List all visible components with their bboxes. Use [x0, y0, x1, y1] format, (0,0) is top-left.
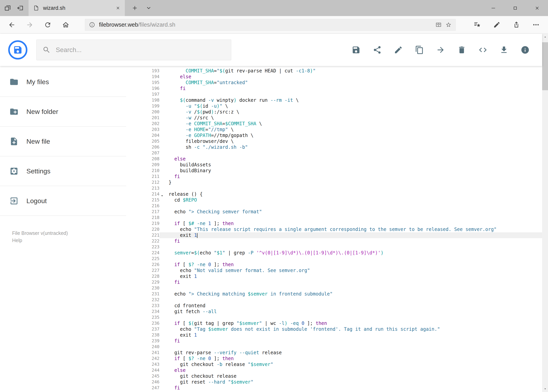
code-line-229[interactable]: 229 fi: [126, 279, 542, 285]
code-line-216[interactable]: 216: [126, 203, 542, 209]
code-editor[interactable]: 193 COMMIT_SHA="$(git rev-parse HEAD | c…: [126, 66, 542, 392]
hub-icon[interactable]: [467, 21, 487, 28]
help-link[interactable]: Help: [12, 237, 126, 244]
code-line-240[interactable]: 240: [126, 344, 542, 350]
code-line-204[interactable]: 204 -e GOPATH=//tmp/gopath \: [126, 133, 542, 138]
tab-preview-icon[interactable]: [4, 5, 11, 11]
code-line-206[interactable]: 206 sh -c "./wizard.sh -b": [126, 144, 542, 150]
code-line-234[interactable]: 234 git fetch --all: [126, 309, 542, 315]
back-button[interactable]: [3, 21, 21, 28]
sidebar-item-logout[interactable]: Logout: [0, 186, 126, 216]
code-line-217[interactable]: 217 echo "> Checking semver format": [126, 209, 542, 215]
new-tab-button[interactable]: [132, 5, 138, 11]
sidebar-item-new-folder[interactable]: New folder: [0, 97, 126, 127]
minimize-button[interactable]: [482, 0, 504, 16]
info-button[interactable]: [520, 45, 530, 54]
source-button[interactable]: [478, 45, 487, 54]
code-line-215[interactable]: 215 cd $REPO: [126, 197, 542, 203]
code-line-224[interactable]: 224 semver=$(echo "$1" | grep -P '^v(0|[…: [126, 250, 542, 256]
code-line-218[interactable]: 218: [126, 215, 542, 221]
page-scrollbar[interactable]: [542, 34, 548, 392]
code-line-199[interactable]: 199 -u "$(id -u)" \: [126, 103, 542, 109]
search-input[interactable]: [56, 46, 225, 54]
copy-button[interactable]: [415, 45, 424, 54]
scrollbar-thumb[interactable]: [542, 42, 548, 90]
code-line-207[interactable]: 207: [126, 150, 542, 156]
code-line-236[interactable]: 236 if [ $(git tag | grep "$semver" | wc…: [126, 320, 542, 326]
maximize-button[interactable]: [504, 0, 526, 16]
browser-tab[interactable]: wizard.sh: [28, 0, 125, 16]
address-bar[interactable]: filebrowser.web/files/wizard.sh: [85, 19, 456, 31]
scroll-up-icon[interactable]: [542, 34, 548, 40]
code-line-212[interactable]: 212}: [126, 179, 542, 185]
code-line-209[interactable]: 209 buildAssets: [126, 162, 542, 168]
site-info-icon[interactable]: [89, 22, 95, 28]
code-line-219[interactable]: 219 if [ $# -ne 1 ]; then: [126, 221, 542, 226]
code-line-211[interactable]: 211 fi: [126, 174, 542, 179]
code-line-221[interactable]: 221 exit 1: [126, 232, 542, 238]
delete-button[interactable]: [457, 45, 466, 54]
code-line-203[interactable]: 203 -e HOME="//tmp" \: [126, 127, 542, 133]
close-window-button[interactable]: [526, 0, 548, 16]
forward-button[interactable]: [21, 21, 39, 28]
code-line-232[interactable]: 232: [126, 297, 542, 303]
sidebar-item-new-file[interactable]: New file: [0, 127, 126, 156]
code-line-231[interactable]: 231 echo "> Checking matching $semver in…: [126, 291, 542, 297]
code-line-194[interactable]: 194 else: [126, 74, 542, 80]
code-line-214[interactable]: 214release () {: [126, 191, 542, 197]
code-line-196[interactable]: 196 fi: [126, 85, 542, 91]
code-line-228[interactable]: 228 exit 1: [126, 273, 542, 279]
home-button[interactable]: [57, 21, 75, 28]
code-line-208[interactable]: 208 else: [126, 156, 542, 162]
code-line-197[interactable]: 197: [126, 91, 542, 97]
move-button[interactable]: [436, 45, 445, 54]
code-line-222[interactable]: 222 fi: [126, 238, 542, 244]
code-line-213[interactable]: 213: [126, 185, 542, 191]
code-line-230[interactable]: 230: [126, 285, 542, 291]
code-line-227[interactable]: 227 echo "Not valid semver format. See s…: [126, 267, 542, 273]
code-line-193[interactable]: 193 COMMIT_SHA="$(git rev-parse HEAD | c…: [126, 68, 542, 74]
code-line-239[interactable]: 239 fi: [126, 338, 542, 344]
sidebar-item-settings[interactable]: Settings: [0, 156, 126, 186]
code-line-195[interactable]: 195 COMMIT_SHA="untracked": [126, 80, 542, 85]
code-line-233[interactable]: 233 cd frontend: [126, 303, 542, 309]
tab-list-chevron-icon[interactable]: [146, 5, 152, 11]
code-line-210[interactable]: 210 buildBinary: [126, 168, 542, 174]
code-line-220[interactable]: 220 echo "This release script requires a…: [126, 226, 542, 232]
scroll-down-icon[interactable]: [542, 386, 548, 392]
reading-view-icon[interactable]: [436, 22, 442, 28]
code-line-225[interactable]: 225: [126, 256, 542, 262]
download-button[interactable]: [499, 45, 508, 54]
more-menu-icon[interactable]: [526, 21, 546, 28]
code-line-205[interactable]: 205 filebrowser/dev \: [126, 138, 542, 144]
code-line-198[interactable]: 198 $(command -v winpty) docker run --rm…: [126, 97, 542, 103]
share-button[interactable]: [373, 45, 382, 54]
code-line-247[interactable]: 247 fi: [126, 385, 542, 391]
code-line-201[interactable]: 201 -w //src \: [126, 115, 542, 121]
code-line-242[interactable]: 242 if [ $? -ne 0 ]; then: [126, 356, 542, 362]
code-line-226[interactable]: 226 if [ $? -ne 0 ]; then: [126, 262, 542, 267]
refresh-button[interactable]: [39, 21, 57, 28]
code-line-241[interactable]: 241 git rev-parse --verify --quiet relea…: [126, 350, 542, 356]
set-tabs-aside-icon[interactable]: [17, 5, 23, 11]
code-line-200[interactable]: 200 -v /$(pwd):/src:z \: [126, 109, 542, 115]
share-page-icon[interactable]: [506, 21, 526, 28]
tab-close-icon[interactable]: [116, 6, 120, 10]
fold-arrow-icon[interactable]: [161, 194, 164, 197]
code-line-235[interactable]: 235: [126, 315, 542, 320]
web-note-icon[interactable]: [487, 21, 506, 28]
app-logo[interactable]: [8, 40, 28, 59]
favorite-star-icon[interactable]: [445, 22, 451, 28]
rename-button[interactable]: [394, 45, 403, 54]
code-line-223[interactable]: 223: [126, 244, 542, 250]
code-line-246[interactable]: 246 git reset --hard "$semver": [126, 379, 542, 385]
code-line-237[interactable]: 237 echo "Tag $semver does not exist in …: [126, 326, 542, 332]
code-line-245[interactable]: 245 git checkout release: [126, 373, 542, 379]
code-line-202[interactable]: 202 -e COMMIT_SHA=$COMMIT_SHA \: [126, 121, 542, 127]
search-box[interactable]: [36, 40, 231, 60]
code-line-238[interactable]: 238 exit 1: [126, 332, 542, 338]
code-line-243[interactable]: 243 git checkout -b release "$semver": [126, 362, 542, 367]
save-button[interactable]: [352, 45, 361, 54]
code-line-244[interactable]: 244 else: [126, 367, 542, 373]
sidebar-item-my-files[interactable]: My files: [0, 67, 126, 97]
